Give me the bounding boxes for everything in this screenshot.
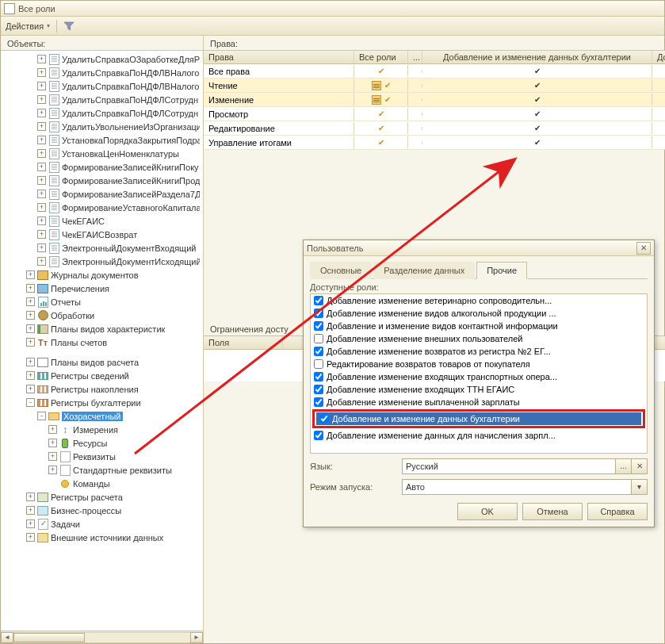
role-cell[interactable]: ✔ (422, 122, 652, 134)
expand-icon[interactable]: + (26, 358, 35, 366)
expand-icon[interactable]: + (26, 338, 35, 347)
tree-item[interactable]: +УдалитьСправкаПоНДФЛСотрудн (1, 106, 203, 120)
role-checkbox[interactable] (314, 334, 323, 343)
tab-main[interactable]: Основные (310, 262, 372, 279)
rights-row[interactable]: Управление итогами✔✔ (204, 136, 665, 150)
tree-item[interactable]: +Планы видов расчета (1, 355, 203, 369)
tree-item[interactable]: +Обработки (1, 309, 203, 322)
expand-icon[interactable]: + (48, 439, 57, 447)
tree-item[interactable]: +Перечисления (1, 282, 203, 295)
col-role[interactable]: Добавление и изменение данных бухгалтери… (422, 51, 652, 63)
role-checkbox[interactable] (314, 347, 323, 356)
tree-item[interactable]: +ТтПланы счетов (1, 335, 203, 349)
role-item[interactable]: Редактирование возвратов товаров от поку… (311, 358, 647, 370)
help-button[interactable]: Справка (587, 503, 648, 520)
role-cell[interactable]: ✔ (422, 79, 652, 91)
rights-row[interactable]: Просмотр✔✔ (204, 107, 665, 121)
tree-item[interactable]: +ЭлектронныйДокументВходящий (1, 241, 203, 255)
mode-field[interactable]: Авто ▾ (402, 479, 648, 495)
tree-item[interactable]: +Регистры расчета (1, 490, 203, 504)
collapse-icon[interactable]: - (26, 398, 35, 407)
expand-icon[interactable]: + (37, 82, 46, 90)
filter-icon[interactable] (63, 21, 75, 32)
expand-icon[interactable]: + (37, 230, 46, 239)
role-cell[interactable]: ✔ (422, 136, 652, 148)
tree-item[interactable]: +ФормированиеЗаписейКнигиПрод (1, 174, 203, 187)
allroles-cell[interactable]: ✔ (354, 108, 408, 120)
role-checkbox[interactable] (314, 359, 323, 369)
expand-icon[interactable]: + (48, 452, 57, 461)
expand-icon[interactable]: + (37, 55, 46, 63)
role-checkbox[interactable] (314, 431, 323, 440)
col-rights[interactable]: Права (204, 51, 354, 63)
expand-icon[interactable]: + (26, 371, 35, 380)
tree-item[interactable]: +УдалитьСправкаПоНДФЛСотрудн (1, 93, 203, 106)
tree-item[interactable]: +УдалитьСправкаПоНДФЛВНалого (1, 66, 203, 79)
roles-list[interactable]: Добавление изменение ветеринарно сопрово… (310, 293, 648, 454)
cancel-button[interactable]: Отмена (522, 503, 583, 520)
tree[interactable]: +УдалитьСправкаОЗаработкеДляРа+УдалитьСп… (1, 50, 203, 631)
rights-row[interactable]: Чтение✔✔ (204, 79, 665, 93)
role-checkbox[interactable] (314, 309, 323, 318)
role-item[interactable]: Добавление изменение возвратов из регист… (311, 345, 647, 358)
role-item[interactable]: Добавление изменение ветеринарно сопрово… (311, 294, 647, 307)
access-col-fields[interactable]: Поля (204, 336, 283, 349)
tree-item[interactable]: +Задачи (1, 517, 203, 531)
tree-item[interactable]: +Журналы документов (1, 268, 203, 282)
allroles-cell[interactable]: ✔ (354, 79, 408, 92)
collapse-icon[interactable]: - (37, 412, 46, 420)
expand-icon[interactable]: + (37, 163, 46, 171)
tree-item[interactable]: +Регистры сведений (1, 369, 203, 382)
tree-item[interactable]: +ФормированиеЗаписейКнигиПоку (1, 160, 203, 174)
role-item[interactable]: Добавление изменение входящих ТТН ЕГАИС (311, 383, 647, 396)
tree-item[interactable]: -Регистры бухгалтерии (1, 396, 203, 409)
close-button[interactable]: ✕ (636, 242, 651, 255)
expand-icon[interactable]: + (37, 109, 46, 117)
lang-clear-button[interactable]: ✕ (631, 459, 647, 473)
role-item[interactable]: Добавление изменение выплаченной зарплат… (311, 396, 647, 408)
expand-icon[interactable]: + (37, 217, 46, 225)
tree-item[interactable]: +УдалитьСправкаПоНДФЛВНалого (1, 79, 203, 93)
role-item[interactable]: Добавление изменение внешних пользовател… (311, 332, 647, 345)
expand-icon[interactable]: + (37, 257, 46, 266)
ok-button[interactable]: OK (457, 503, 518, 520)
expand-icon[interactable]: + (26, 284, 35, 293)
expand-icon[interactable]: + (37, 190, 46, 198)
expand-icon[interactable]: + (26, 533, 35, 542)
scroll-left-button[interactable]: ◄ (1, 632, 13, 643)
allroles-cell[interactable]: ✔ (354, 136, 408, 148)
tree-item[interactable]: +Планы видов характеристик (1, 322, 203, 335)
role-item[interactable]: Добавление изменение видов алкогольной п… (311, 307, 647, 320)
allroles-cell[interactable]: ✔ (354, 122, 408, 134)
tree-item[interactable]: +Ресурсы (1, 436, 203, 450)
role-item[interactable]: Добавление изменение входящих транспортн… (311, 370, 647, 383)
tree-item[interactable]: +УдалитьСправкаОЗаработкеДляРа (1, 52, 203, 66)
rights-row[interactable]: Все права✔✔ (204, 64, 665, 79)
role-cell[interactable]: ✔ (422, 94, 652, 105)
rights-row[interactable]: Изменение✔✔ (204, 93, 665, 107)
tree-item[interactable]: +ЭлектронныйДокументИсходящий (1, 255, 203, 268)
role-checkbox[interactable] (314, 321, 323, 331)
expand-icon[interactable]: + (37, 149, 46, 158)
tree-item[interactable]: +Внешние источники данных (1, 531, 203, 544)
role-checkbox[interactable] (314, 385, 323, 394)
role-checkbox[interactable] (314, 397, 323, 407)
dialog-titlebar[interactable]: Пользователь ✕ (304, 240, 654, 256)
tree-item[interactable]: +ЧекЕГАИС (1, 214, 203, 228)
expand-icon[interactable]: + (26, 385, 35, 393)
role-item[interactable]: Добавление изменение данных для начислен… (311, 429, 647, 442)
hscrollbar[interactable]: ◄ ► (1, 631, 203, 643)
role-checkbox[interactable] (314, 372, 323, 381)
tab-data-split[interactable]: Разделение данных (373, 262, 475, 279)
scroll-thumb[interactable] (13, 633, 85, 642)
tree-item[interactable]: +ФормированиеУставногоКапитала (1, 201, 203, 214)
tree-item[interactable]: +Регистры накопления (1, 382, 203, 396)
scroll-track[interactable] (13, 632, 190, 643)
tree-item[interactable]: +Отчеты (1, 295, 203, 309)
tree-item[interactable]: +↕Измерения (1, 423, 203, 436)
lang-field[interactable]: Русский ... ✕ (402, 458, 648, 474)
expand-icon[interactable]: + (26, 506, 35, 515)
tree-item[interactable]: +Реквизиты (1, 450, 203, 463)
col-allroles[interactable]: Все роли (354, 51, 408, 63)
tree-item[interactable]: +УстановкаПорядкаЗакрытияПодра (1, 133, 203, 147)
